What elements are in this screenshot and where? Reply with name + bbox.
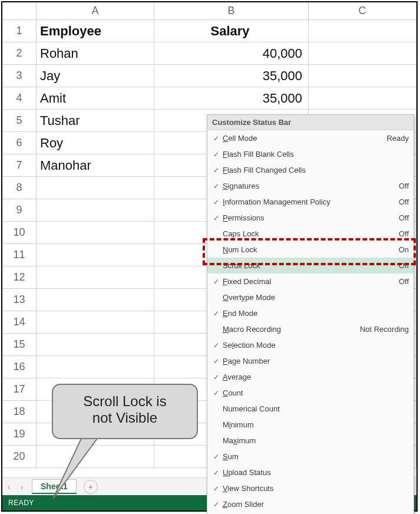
context-menu-item[interactable]: ✓Fixed DecimalOff xyxy=(207,274,414,289)
context-menu-item[interactable]: Numerical Count xyxy=(207,401,414,417)
cell[interactable]: Rohan xyxy=(37,42,154,65)
cell[interactable]: Salary xyxy=(154,20,309,42)
cell[interactable] xyxy=(37,289,154,311)
menu-item-value: On xyxy=(399,245,409,254)
cell[interactable] xyxy=(37,177,154,199)
cell[interactable] xyxy=(37,266,154,289)
context-menu-item[interactable]: ✓Selection Mode xyxy=(207,337,414,353)
row-header[interactable]: 17 xyxy=(2,378,37,401)
row-header[interactable]: 6 xyxy=(2,132,37,154)
cell[interactable] xyxy=(37,222,154,244)
context-menu-item[interactable]: ✓PermissionsOff xyxy=(207,210,414,226)
cell[interactable] xyxy=(37,199,154,222)
menu-item-value: Off xyxy=(399,197,409,206)
cell[interactable]: Jay xyxy=(37,65,154,87)
row-header[interactable]: 8 xyxy=(2,177,37,199)
context-menu-item[interactable]: ✓Flash Fill Blank Cells xyxy=(207,146,414,162)
menu-item-value: Off xyxy=(399,261,409,270)
cell[interactable]: 35,000 xyxy=(154,65,309,87)
tab-nav-prev[interactable]: ‹ xyxy=(2,482,15,492)
check-icon: ✓ xyxy=(210,500,223,509)
row-header[interactable]: 12 xyxy=(2,266,37,289)
context-menu-item[interactable]: ✓Upload Status xyxy=(207,464,414,480)
row-header[interactable]: 1 xyxy=(2,20,37,42)
cell[interactable] xyxy=(309,87,416,110)
menu-item-label: Fixed Decimal xyxy=(223,277,399,286)
context-menu-item[interactable]: Overtype Mode xyxy=(207,289,414,305)
check-icon: ✓ xyxy=(210,373,223,381)
app-frame: A B C 1EmployeeSalary2Rohan40,0003Jay35,… xyxy=(1,1,418,512)
row-header[interactable]: 15 xyxy=(2,334,37,356)
context-menu-item[interactable]: ✓Cell ModeReady xyxy=(207,130,414,146)
context-menu-item[interactable]: ✓Average xyxy=(207,369,414,385)
context-menu-item[interactable]: ✓Zoom Slider xyxy=(207,496,414,512)
row-header[interactable]: 5 xyxy=(2,110,37,132)
select-all-corner[interactable] xyxy=(2,2,37,20)
row-header[interactable]: 10 xyxy=(2,222,37,244)
context-menu-item[interactable]: ✓Flash Fill Changed Cells xyxy=(207,162,414,178)
menu-item-label: End Mode xyxy=(223,309,409,318)
row-header[interactable]: 16 xyxy=(2,356,37,378)
col-header-C[interactable]: C xyxy=(309,2,416,20)
context-menu-item[interactable]: Maximum xyxy=(207,433,414,449)
row-header[interactable]: 3 xyxy=(2,65,37,87)
menu-item-label: Selection Mode xyxy=(223,341,409,350)
row-header[interactable]: 4 xyxy=(2,87,37,110)
row-header[interactable]: 9 xyxy=(2,199,37,222)
check-icon: ✓ xyxy=(210,453,223,461)
menu-item-label: View Shortcuts xyxy=(223,484,409,493)
col-header-A[interactable]: A xyxy=(37,2,154,20)
menu-item-value: Off xyxy=(399,182,409,190)
context-menu-item[interactable]: Macro RecordingNot Recording xyxy=(207,321,414,337)
context-menu-item[interactable]: ✓Information Management PolicyOff xyxy=(207,194,414,210)
cell[interactable] xyxy=(37,311,154,334)
customize-status-bar-menu: Customize Status Bar ✓Cell ModeReady✓Fla… xyxy=(207,114,414,514)
context-menu-item[interactable]: Num LockOn xyxy=(207,242,414,258)
row-header[interactable]: 20 xyxy=(2,446,37,468)
context-menu-item[interactable]: ✓End Mode xyxy=(207,305,414,321)
context-menu-item[interactable]: ✓View Shortcuts xyxy=(207,480,414,496)
row-header[interactable]: 7 xyxy=(2,154,37,177)
cell[interactable] xyxy=(309,42,416,65)
menu-item-label: Count xyxy=(223,388,409,397)
context-menu-item[interactable]: ✓Count xyxy=(207,385,414,401)
cell[interactable]: Manohar xyxy=(37,154,154,177)
context-menu-item[interactable]: ✓Page Number xyxy=(207,353,414,369)
cell[interactable] xyxy=(37,244,154,266)
context-menu-item[interactable]: Scroll LockOff xyxy=(207,258,414,274)
cell[interactable]: 40,000 xyxy=(154,42,309,65)
row-header[interactable]: 19 xyxy=(2,423,37,446)
row-header[interactable]: 18 xyxy=(2,401,37,423)
check-icon: ✓ xyxy=(210,469,223,477)
menu-item-label: Minimum xyxy=(223,420,409,429)
menu-item-label: Upload Status xyxy=(223,468,409,477)
menu-item-label: Zoom Slider xyxy=(223,500,409,509)
check-icon: ✓ xyxy=(210,485,223,493)
cell[interactable]: Employee xyxy=(37,20,154,42)
context-menu-item[interactable]: ✓Sum xyxy=(207,449,414,464)
menu-item-label: Signatures xyxy=(223,182,399,190)
menu-item-label: Page Number xyxy=(223,357,409,365)
col-header-B[interactable]: B xyxy=(154,2,309,20)
svg-marker-0 xyxy=(53,439,97,499)
check-icon: ✓ xyxy=(210,214,223,222)
context-menu-item[interactable]: Minimum xyxy=(207,417,414,433)
cell[interactable] xyxy=(309,65,416,87)
context-menu-item[interactable]: Caps LockOff xyxy=(207,226,414,242)
cell[interactable] xyxy=(309,20,416,42)
tab-nav-next[interactable]: › xyxy=(15,482,28,492)
check-icon: ✓ xyxy=(210,278,223,286)
row-header[interactable]: 2 xyxy=(2,42,37,65)
row-header[interactable]: 14 xyxy=(2,311,37,334)
check-icon: ✓ xyxy=(210,341,223,350)
cell[interactable]: 35,000 xyxy=(154,87,309,110)
cell[interactable]: Tushar xyxy=(37,110,154,132)
row-header[interactable]: 13 xyxy=(2,289,37,311)
cell[interactable]: Amit xyxy=(37,87,154,110)
cell[interactable] xyxy=(37,334,154,356)
context-menu-item[interactable]: ✓SignaturesOff xyxy=(207,178,414,194)
status-text: READY xyxy=(8,499,34,507)
row-header[interactable]: 11 xyxy=(2,244,37,266)
cell[interactable] xyxy=(37,356,154,378)
cell[interactable]: Roy xyxy=(37,132,154,154)
